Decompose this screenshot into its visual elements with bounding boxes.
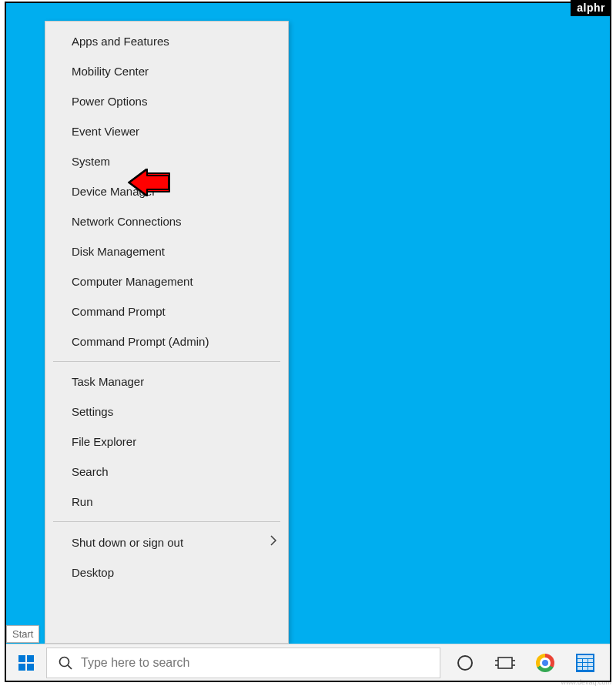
menu-item-command-prompt[interactable]: Command Prompt — [45, 296, 288, 326]
menu-label: Network Connections — [72, 215, 182, 228]
cortana-icon — [457, 654, 474, 671]
taskbar: Type here to search — [6, 644, 610, 681]
watermark-text: www.devaq.com — [561, 678, 611, 686]
menu-label: Desktop — [72, 566, 114, 579]
winx-menu: Apps and Features Mobility Center Power … — [45, 21, 289, 644]
menu-label: Run — [72, 495, 93, 508]
menu-label: Event Viewer — [72, 125, 139, 138]
menu-label: Shut down or sign out — [72, 536, 183, 549]
alphr-badge: alphr — [571, 0, 611, 16]
menu-label: Settings — [72, 405, 113, 418]
menu-label: Apps and Features — [72, 35, 169, 48]
menu-item-event-viewer[interactable]: Event Viewer — [45, 116, 288, 146]
menu-label: Device Manager — [72, 185, 156, 198]
chevron-right-icon — [270, 535, 277, 549]
menu-separator — [53, 521, 280, 522]
menu-item-desktop[interactable]: Desktop — [45, 557, 288, 587]
menu-label: Search — [72, 465, 109, 478]
menu-item-file-explorer[interactable]: File Explorer — [45, 427, 288, 457]
menu-item-shutdown[interactable]: Shut down or sign out — [45, 527, 288, 557]
chrome-button[interactable] — [534, 652, 556, 674]
menu-item-task-manager[interactable]: Task Manager — [45, 366, 288, 397]
desktop-area: Apps and Features Mobility Center Power … — [5, 2, 611, 682]
menu-item-network-connections[interactable]: Network Connections — [45, 206, 288, 236]
search-box[interactable]: Type here to search — [46, 648, 440, 678]
task-view-icon — [495, 655, 515, 671]
menu-label: Computer Management — [72, 275, 193, 288]
calculator-icon — [576, 654, 594, 672]
menu-item-computer-management[interactable]: Computer Management — [45, 266, 288, 296]
svg-line-1 — [68, 665, 72, 669]
menu-label: System — [72, 155, 110, 168]
calculator-button[interactable] — [574, 652, 596, 674]
search-icon — [58, 655, 73, 671]
start-tooltip: Start — [6, 625, 39, 643]
search-placeholder: Type here to search — [81, 656, 189, 670]
menu-item-command-prompt-admin[interactable]: Command Prompt (Admin) — [45, 326, 288, 356]
menu-label: Command Prompt (Admin) — [72, 335, 209, 348]
menu-item-apps-and-features[interactable]: Apps and Features — [45, 26, 288, 56]
menu-item-power-options[interactable]: Power Options — [45, 86, 288, 116]
menu-label: Mobility Center — [72, 65, 149, 78]
menu-separator — [53, 361, 280, 362]
start-button[interactable] — [6, 644, 46, 681]
task-view-button[interactable] — [494, 652, 516, 674]
svg-point-0 — [60, 657, 69, 666]
menu-item-search[interactable]: Search — [45, 457, 288, 487]
taskbar-tray — [444, 652, 610, 674]
menu-label: Power Options — [72, 95, 147, 108]
menu-item-settings[interactable]: Settings — [45, 397, 288, 427]
menu-label: Command Prompt — [72, 305, 166, 318]
svg-rect-3 — [498, 658, 512, 668]
menu-item-disk-management[interactable]: Disk Management — [45, 236, 288, 266]
menu-item-mobility-center[interactable]: Mobility Center — [45, 56, 288, 86]
menu-label: Disk Management — [72, 245, 165, 258]
cortana-button[interactable] — [454, 652, 476, 674]
chrome-icon — [536, 654, 554, 672]
svg-point-2 — [458, 656, 472, 670]
windows-logo-icon — [18, 655, 34, 671]
menu-item-run[interactable]: Run — [45, 487, 288, 517]
menu-item-device-manager[interactable]: Device Manager — [45, 176, 288, 206]
menu-label: Task Manager — [72, 375, 144, 388]
menu-label: File Explorer — [72, 435, 136, 448]
menu-item-system[interactable]: System — [45, 146, 288, 176]
